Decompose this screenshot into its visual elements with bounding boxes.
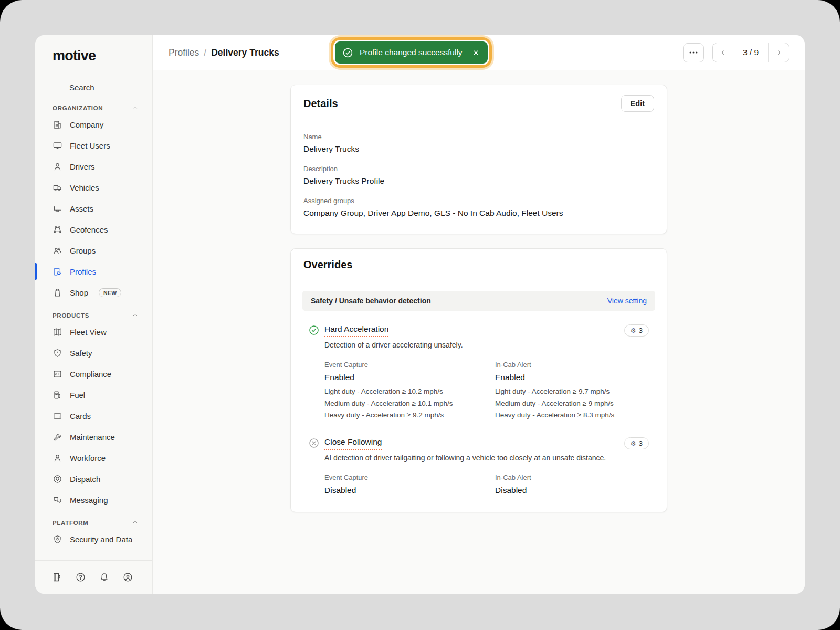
threshold-lines: Light duty - Acceleration ≥ 9.7 mph/s Me… bbox=[495, 386, 666, 422]
field-value: Delivery Trucks Profile bbox=[303, 176, 654, 186]
chevron-up-icon bbox=[132, 104, 139, 112]
column-label: In-Cab Alert bbox=[495, 361, 666, 369]
overrides-title: Overrides bbox=[303, 259, 352, 271]
person-icon bbox=[52, 161, 62, 172]
sidebar-item-compliance[interactable]: Compliance bbox=[35, 363, 152, 384]
threshold-lines: Light duty - Acceleration ≥ 10.2 mph/s M… bbox=[324, 386, 495, 422]
view-setting-link[interactable]: View setting bbox=[607, 297, 647, 305]
credit-card-icon bbox=[52, 411, 62, 421]
column-state: Enabled bbox=[495, 373, 666, 382]
override-item-hard-acceleration: Hard Acceleration ⚙ 3 Detection of a dri… bbox=[302, 324, 655, 422]
section-platform[interactable]: PLATFORM bbox=[35, 510, 152, 529]
chevron-up-icon bbox=[132, 311, 139, 319]
help-icon[interactable] bbox=[75, 572, 86, 583]
more-options-button[interactable] bbox=[683, 43, 704, 62]
override-settings-badge[interactable]: ⚙ 3 bbox=[624, 324, 649, 337]
override-settings-badge[interactable]: ⚙ 3 bbox=[624, 437, 649, 449]
sidebar-item-assets[interactable]: Assets bbox=[35, 198, 152, 219]
bell-icon[interactable] bbox=[98, 572, 110, 583]
logbook-icon[interactable] bbox=[51, 572, 62, 583]
column-state: Disabled bbox=[324, 486, 495, 495]
breadcrumb-separator: / bbox=[204, 47, 206, 58]
sidebar-item-cards[interactable]: Cards bbox=[35, 405, 152, 426]
sidebar-item-fleet-view[interactable]: Fleet View bbox=[35, 321, 152, 342]
sidebar-item-security-and-data[interactable]: Security and Data bbox=[35, 529, 152, 550]
new-badge: NEW bbox=[99, 288, 121, 297]
sidebar-item-groups[interactable]: Groups bbox=[35, 240, 152, 261]
monitor-icon bbox=[52, 140, 62, 151]
fuel-pump-icon bbox=[52, 390, 62, 400]
event-capture-column: Event Capture Enabled Light duty - Accel… bbox=[324, 361, 495, 422]
sidebar-item-fleet-users[interactable]: Fleet Users bbox=[35, 135, 152, 156]
sidebar-item-drivers[interactable]: Drivers bbox=[35, 156, 152, 177]
shield-icon bbox=[52, 348, 62, 358]
chevron-left-icon bbox=[719, 49, 727, 57]
column-state: Enabled bbox=[324, 373, 495, 382]
chevron-right-icon bbox=[775, 49, 783, 57]
main-area: Profiles / Delivery Trucks Profile chang… bbox=[153, 35, 805, 594]
sidebar-item-messaging[interactable]: Messaging bbox=[35, 489, 152, 510]
dispatch-pin-icon bbox=[52, 474, 62, 484]
breadcrumb: Profiles / Delivery Trucks bbox=[169, 47, 279, 58]
breadcrumb-profiles[interactable]: Profiles bbox=[169, 47, 199, 58]
in-cab-alert-column: In-Cab Alert Disabled bbox=[495, 474, 666, 495]
override-title-link[interactable]: Hard Acceleration bbox=[324, 324, 388, 337]
topbar-actions: 3 / 9 bbox=[683, 43, 789, 62]
section-products[interactable]: PRODUCTS bbox=[35, 303, 152, 321]
gear-icon: ⚙ bbox=[631, 439, 636, 447]
account-icon[interactable] bbox=[122, 572, 133, 583]
profiles-icon bbox=[52, 266, 62, 277]
chat-bubbles-icon bbox=[52, 495, 62, 505]
badge-count: 3 bbox=[639, 439, 643, 447]
threshold-line: Heavy duty - Acceleration ≥ 8.3 mph/s bbox=[495, 410, 666, 422]
sidebar-item-company[interactable]: Company bbox=[35, 114, 152, 135]
overrides-card: Overrides Safety / Unsafe behavior detec… bbox=[290, 248, 667, 512]
override-title-row: Close Following ⚙ 3 bbox=[309, 437, 649, 450]
field-value: Company Group, Driver App Demo, GLS - No… bbox=[303, 208, 654, 218]
threshold-line: Heavy duty - Acceleration ≥ 9.2 mph/s bbox=[324, 410, 495, 422]
column-state: Disabled bbox=[495, 486, 666, 495]
sidebar-item-dispatch[interactable]: Dispatch bbox=[35, 468, 152, 489]
app-window: motive Search ORGANIZATION bbox=[35, 35, 805, 594]
wrench-icon bbox=[52, 432, 62, 442]
sidebar-item-workforce[interactable]: Workforce bbox=[35, 447, 152, 468]
screenshot-frame: motive Search ORGANIZATION bbox=[0, 0, 840, 630]
field-name: Name Delivery Trucks bbox=[303, 133, 654, 154]
toast-highlight-ring: Profile changed successfully bbox=[333, 40, 489, 65]
sidebar-item-safety[interactable]: Safety bbox=[35, 342, 152, 363]
truck-icon bbox=[52, 182, 62, 193]
details-card-header: Details Edit bbox=[291, 85, 667, 122]
toast-message: Profile changed successfully bbox=[360, 48, 463, 57]
chevron-up-icon bbox=[132, 519, 139, 527]
threshold-line: Medium duty - Acceleration ≥ 10.1 mph/s bbox=[324, 398, 495, 410]
sidebar-search[interactable]: Search bbox=[35, 79, 152, 96]
sidebar-item-fuel[interactable]: Fuel bbox=[35, 384, 152, 405]
sidebar-item-profiles[interactable]: Profiles bbox=[35, 261, 152, 282]
prev-profile-button[interactable] bbox=[713, 43, 733, 62]
geofence-icon bbox=[52, 224, 62, 235]
compliance-chart-icon bbox=[52, 369, 62, 379]
threshold-line: Light duty - Acceleration ≥ 10.2 mph/s bbox=[324, 386, 495, 398]
edit-button[interactable]: Edit bbox=[621, 95, 654, 112]
sidebar-item-maintenance[interactable]: Maintenance bbox=[35, 426, 152, 447]
people-group-icon bbox=[52, 245, 62, 256]
close-icon[interactable] bbox=[472, 49, 480, 57]
check-circle-icon bbox=[342, 47, 353, 58]
override-columns: Event Capture Enabled Light duty - Accel… bbox=[324, 361, 649, 422]
override-section-bar: Safety / Unsafe behavior detection View … bbox=[302, 291, 655, 311]
override-title-link[interactable]: Close Following bbox=[324, 437, 382, 450]
override-section-title: Safety / Unsafe behavior detection bbox=[311, 297, 431, 305]
field-assigned-groups: Assigned groups Company Group, Driver Ap… bbox=[303, 197, 654, 218]
sidebar-item-shop[interactable]: Shop NEW bbox=[35, 282, 152, 303]
next-profile-button[interactable] bbox=[769, 43, 789, 62]
sidebar-item-geofences[interactable]: Geofences bbox=[35, 219, 152, 240]
threshold-line: Medium duty - Acceleration ≥ 9 mph/s bbox=[495, 398, 666, 410]
sidebar-item-vehicles[interactable]: Vehicles bbox=[35, 177, 152, 198]
search-icon bbox=[52, 81, 62, 93]
overrides-card-body: Safety / Unsafe behavior detection View … bbox=[291, 281, 667, 512]
section-organization[interactable]: ORGANIZATION bbox=[35, 96, 152, 114]
field-description: Description Delivery Trucks Profile bbox=[303, 165, 654, 186]
details-card: Details Edit Name Delivery Trucks Descri… bbox=[290, 85, 667, 234]
pager-position: 3 / 9 bbox=[733, 43, 769, 62]
disabled-x-icon bbox=[309, 438, 319, 448]
